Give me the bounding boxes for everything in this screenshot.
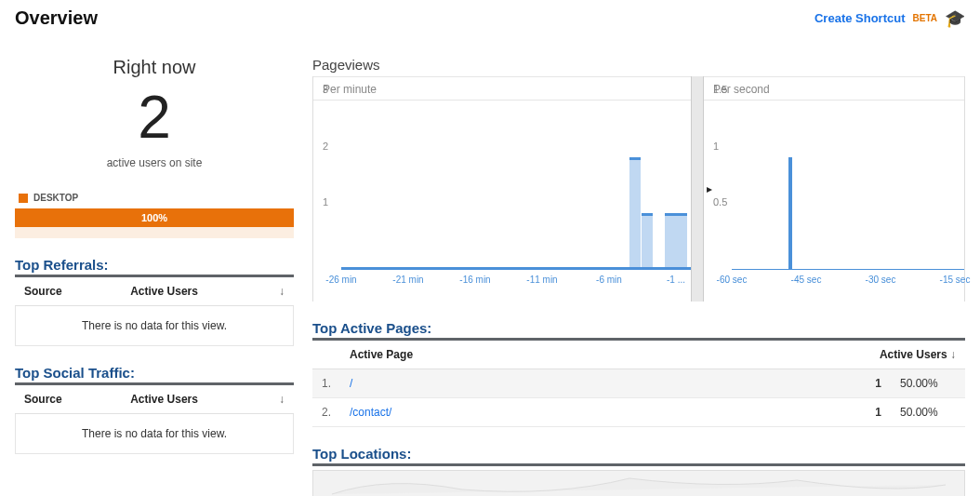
sort-down-icon[interactable]: ↓ (279, 285, 285, 298)
sort-down-icon[interactable]: ↓ (279, 393, 285, 406)
col-active-users[interactable]: Active Users↓ (121, 385, 294, 414)
pageviews-title: Pageviews (312, 57, 965, 73)
col-active-users[interactable]: Active Users↓ (121, 277, 294, 306)
device-percent-bar: 100% (15, 208, 294, 227)
top-active-pages-table: Active Page Active Users ↓ 1./150.00%2./… (312, 341, 965, 427)
beta-badge: BETA (913, 13, 937, 23)
per-minute-chart: Per minute 123-26 min-21 min-16 min-11 m… (313, 76, 691, 302)
page-title: Overview (15, 7, 98, 29)
right-now-panel: Right now 2 active users on site DESKTOP… (15, 57, 294, 238)
create-shortcut-link[interactable]: Create Shortcut (814, 11, 906, 25)
active-users-label: active users on site (15, 156, 294, 169)
col-active-users[interactable]: Active Users ↓ (854, 341, 965, 369)
top-social-title: Top Social Traffic: (15, 365, 294, 381)
top-social-empty: There is no data for this view. (15, 414, 294, 454)
active-page-link[interactable]: / (350, 377, 352, 390)
chart-divider-handle[interactable]: ▸ (691, 76, 704, 302)
device-name: DESKTOP (33, 193, 78, 203)
right-now-title: Right now (15, 57, 294, 78)
row-percent: 50.00% (891, 398, 965, 427)
active-users-count: 2 (15, 87, 294, 147)
row-count: 1 (854, 398, 891, 427)
top-referrals-table: Source Active Users↓ (15, 277, 294, 306)
device-percent-label: 100% (141, 212, 167, 223)
top-active-pages-title: Top Active Pages: (312, 320, 965, 336)
top-referrals-empty: There is no data for this view. (15, 306, 294, 346)
device-color-swatch (19, 194, 28, 203)
per-second-label: Per second (704, 76, 964, 101)
table-row: 1./150.00% (312, 369, 965, 398)
col-active-page[interactable]: Active Page (340, 341, 854, 369)
table-row: 2./contact/150.00% (312, 398, 965, 427)
per-second-chart: Per second 0.511.5-60 sec-45 sec-30 sec-… (704, 76, 964, 302)
education-icon[interactable]: 🎓 (945, 8, 965, 29)
per-minute-label: Per minute (313, 76, 691, 101)
col-source[interactable]: Source (15, 385, 121, 414)
row-percent: 50.00% (891, 369, 965, 398)
col-source[interactable]: Source (15, 277, 121, 306)
locations-map[interactable] (312, 470, 965, 496)
row-index: 1. (312, 369, 340, 398)
active-page-link[interactable]: /contact/ (350, 406, 391, 419)
top-referrals-title: Top Referrals: (15, 257, 294, 273)
sort-down-icon[interactable]: ↓ (950, 348, 956, 361)
top-social-table: Source Active Users↓ (15, 385, 294, 414)
top-locations-title: Top Locations: (312, 446, 965, 462)
row-count: 1 (854, 369, 891, 398)
row-index: 2. (312, 398, 340, 427)
